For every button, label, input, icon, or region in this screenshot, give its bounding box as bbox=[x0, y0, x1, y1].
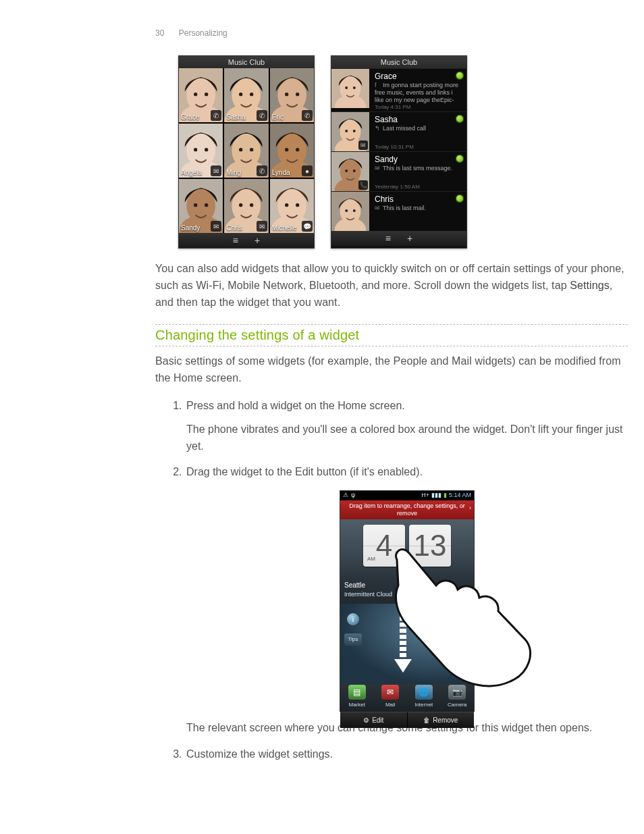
phone-home-screen: ⚠ ψ H+ ▮▮▮ ▮ 5:14 AM Drag item to rearra… bbox=[340, 490, 475, 712]
app-label: Camera bbox=[444, 701, 471, 709]
contact-name: Sandy bbox=[181, 224, 200, 232]
mail-icon: ✉ bbox=[257, 221, 267, 232]
section-title: Personalizing bbox=[179, 28, 227, 38]
section-intro: Basic settings of some widgets (for exam… bbox=[155, 353, 628, 387]
app-dock: ▤Market✉Mail🌐Internet📷Camera bbox=[340, 683, 474, 712]
edit-remove-bar: ⚙ Edit 🗑 Remove bbox=[340, 712, 474, 728]
svg-point-43 bbox=[285, 203, 288, 207]
phone-icon: ✆ bbox=[257, 165, 267, 176]
manual-page: 30 Personalizing Music Club Grace ✆ Sash… bbox=[0, 0, 644, 834]
svg-point-33 bbox=[194, 203, 197, 207]
svg-point-14 bbox=[296, 93, 299, 96]
weather-panel: Seattle Intermittent Cloud bbox=[340, 577, 474, 604]
presence-dot-icon bbox=[456, 155, 464, 163]
message-time: Today 10:31 PM bbox=[375, 144, 462, 150]
svg-rect-68 bbox=[400, 629, 406, 633]
svg-point-54 bbox=[353, 130, 356, 132]
add-icon: + bbox=[407, 233, 412, 244]
svg-point-18 bbox=[194, 148, 197, 151]
step-2: Drag the widget to the Edit button (if i… bbox=[185, 464, 628, 737]
svg-point-19 bbox=[205, 148, 208, 151]
svg-point-34 bbox=[205, 203, 208, 207]
signal-icon: ▮▮▮ bbox=[431, 491, 441, 500]
page-header: 30 Personalizing bbox=[155, 28, 628, 38]
contact-photo bbox=[331, 69, 369, 108]
svg-point-48 bbox=[345, 86, 348, 89]
contact-photo: ✉ bbox=[331, 112, 369, 151]
contact-row: Grace fIm gonna start posting more free … bbox=[331, 68, 466, 111]
edit-widget-screenshot: ⚠ ψ H+ ▮▮▮ ▮ 5:14 AM Drag item to rearra… bbox=[186, 490, 628, 712]
contact-photo bbox=[331, 192, 369, 231]
add-icon: + bbox=[254, 235, 260, 246]
edit-button: ⚙ Edit bbox=[340, 712, 408, 728]
contact-cell: Sasha ✆ bbox=[224, 68, 268, 122]
message-time: Yesterday 1:50 AM bbox=[375, 184, 462, 190]
people-widget-grid-screenshot: Music Club Grace ✆ Sasha ✆ Eric ✆ bbox=[178, 55, 315, 249]
contact-cell: Eric ✆ bbox=[270, 68, 314, 122]
contact-name: Chris bbox=[226, 224, 242, 232]
app-icon: ▤ bbox=[348, 685, 366, 700]
ampm-label: AM bbox=[367, 555, 375, 563]
chevron-right-icon: › bbox=[469, 504, 471, 512]
contact-name: Grace bbox=[375, 72, 462, 81]
contact-row: ✉ Sasha ↰Last missed call Today 10:31 PM bbox=[331, 111, 466, 151]
contact-name: Grace bbox=[181, 113, 199, 121]
page-number: 30 bbox=[155, 28, 164, 38]
app-icon: ✉ bbox=[381, 685, 399, 700]
gear-icon: ⚙ bbox=[363, 715, 369, 726]
widget-toolbar: ≡ + bbox=[179, 233, 314, 248]
info-icon: i bbox=[347, 613, 359, 625]
section-heading: Changing the settings of a widget bbox=[155, 325, 628, 346]
contact-name: Michelle bbox=[272, 224, 297, 232]
dock-app: 📷Camera bbox=[444, 685, 471, 709]
contact-message: ✉This is last sms message. bbox=[375, 165, 462, 172]
contact-cell: Sandy ✉ bbox=[179, 179, 223, 233]
contact-name: Sasha bbox=[226, 113, 245, 121]
contact-name: Sandy bbox=[375, 155, 462, 164]
weather-condition: Intermittent Cloud bbox=[344, 590, 470, 600]
svg-point-44 bbox=[296, 203, 299, 207]
clock-hours: 4 AM bbox=[363, 525, 405, 567]
contact-cell: Michelle 💬 bbox=[270, 179, 314, 233]
app-icon: 📷 bbox=[448, 685, 466, 700]
svg-rect-71 bbox=[400, 647, 406, 651]
contact-cell: Angela ✉ bbox=[179, 124, 223, 178]
contact-name: Lynda bbox=[272, 169, 290, 176]
divider bbox=[155, 346, 628, 346]
svg-point-28 bbox=[285, 148, 288, 151]
svg-rect-72 bbox=[400, 653, 406, 657]
contact-message: ↰Last missed call bbox=[375, 125, 462, 132]
svg-point-8 bbox=[239, 93, 242, 96]
step-3: Customize the widget settings. bbox=[185, 746, 628, 763]
home-screen-body: i Tips bbox=[340, 604, 474, 683]
contact-cell: Lynda ● bbox=[270, 124, 314, 178]
status-clock: 5:14 AM bbox=[449, 491, 471, 500]
trash-icon: 🗑 bbox=[423, 715, 430, 726]
svg-point-49 bbox=[353, 86, 356, 89]
app-label: Market bbox=[344, 701, 371, 709]
svg-point-9 bbox=[250, 93, 253, 96]
presence-dot-icon bbox=[456, 72, 464, 80]
notification-icon: ⚠ bbox=[343, 491, 348, 500]
widget-toolbar: ≡ + bbox=[331, 231, 466, 246]
phone-icon: ✆ bbox=[302, 110, 313, 121]
contact-name: Angela bbox=[181, 169, 202, 176]
contact-message: ✉This is last mail. bbox=[375, 205, 462, 212]
presence-dot-icon bbox=[456, 194, 464, 203]
mail-icon: ✉ bbox=[211, 221, 221, 232]
svg-point-38 bbox=[239, 203, 242, 207]
svg-point-3 bbox=[194, 93, 197, 96]
dock-app: ▤Market bbox=[344, 685, 371, 709]
svg-rect-66 bbox=[400, 617, 406, 621]
contact-name: Ming bbox=[226, 169, 241, 176]
phone-icon: ✆ bbox=[211, 110, 221, 121]
battery-icon: ▮ bbox=[444, 491, 447, 500]
svg-point-13 bbox=[285, 93, 288, 96]
svg-rect-70 bbox=[400, 641, 406, 645]
people-widget-list-screenshot: Music Club Grace fIm gonna start posting… bbox=[331, 55, 467, 249]
thumb-badge-icon: ✉ bbox=[358, 140, 368, 150]
widget-title: Music Club bbox=[331, 56, 466, 68]
clock-widget: 4 AM 13 bbox=[340, 519, 474, 577]
message-time: Today 4:31 PM bbox=[375, 104, 462, 110]
dot-icon: ● bbox=[302, 165, 313, 176]
